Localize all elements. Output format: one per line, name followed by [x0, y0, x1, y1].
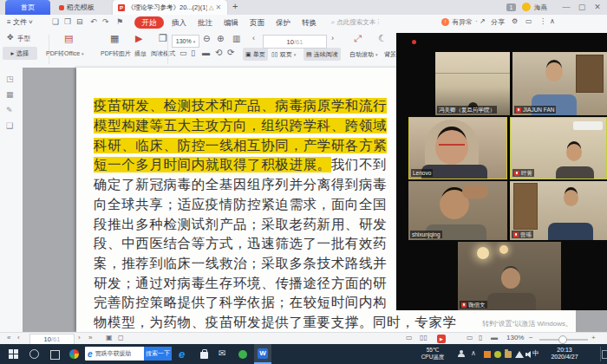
user-avatar[interactable]	[522, 3, 531, 11]
play-slideshow-icon[interactable]: ▶	[437, 335, 446, 343]
cloud-status-label[interactable]: 有异常	[452, 17, 473, 27]
menu-tab-insert[interactable]: 插入	[172, 18, 186, 29]
open-icon[interactable]: ❏	[52, 17, 59, 26]
volume-icon[interactable]	[525, 351, 532, 358]
zoom-slider-knob[interactable]	[558, 335, 567, 344]
play-button[interactable]: 播放	[134, 49, 147, 58]
minimize-button[interactable]: —	[560, 1, 572, 13]
last-page-icon[interactable]: »	[88, 334, 92, 341]
cpu-temp-label[interactable]: CPU温度	[413, 354, 453, 361]
clock-time[interactable]: 20:13	[545, 347, 584, 353]
autoscroll-button[interactable]: 自动滚动▾	[347, 48, 381, 61]
menu-tab-comment[interactable]: 批注	[198, 18, 212, 29]
fit-page-icon[interactable]: ▭	[179, 49, 187, 57]
screenshot-icon[interactable]: ⤢	[354, 33, 362, 44]
menu-tab-convert[interactable]: 转换	[302, 18, 317, 29]
ime-indicator[interactable]: 中	[532, 349, 539, 358]
microsoft-store-icon[interactable]	[200, 352, 208, 359]
participant-tile[interactable]: shixunjqing	[408, 181, 507, 240]
thumbnail-panel-icon[interactable]: ◳	[6, 75, 14, 83]
zoom-minus-icon[interactable]: −	[529, 334, 533, 341]
start-button[interactable]	[9, 349, 18, 359]
menu-tab-page[interactable]: 页面	[250, 18, 264, 29]
settings-gear-icon[interactable]: ⚙	[512, 17, 518, 25]
fit-page-icon[interactable]: ▭	[467, 334, 473, 341]
rotate-left-icon[interactable]: ⟲	[215, 48, 222, 57]
search-text-field[interactable]: ⌕ 点此搜索文本 ⋮	[331, 18, 379, 27]
flag-icon[interactable]: ⚑	[116, 17, 123, 26]
file-menu[interactable]: ≡ 文件 ˅	[7, 17, 33, 27]
collapse-ribbon-icon[interactable]: ∧	[550, 17, 555, 25]
continuous-view-button[interactable]: ▤ 连续阅读	[304, 48, 341, 61]
image-panel-icon[interactable]: ▦	[6, 90, 14, 99]
tab-home[interactable]: 首页	[5, 0, 50, 15]
status-zoom-level[interactable]: 130%	[506, 334, 524, 341]
edge-browser-icon[interactable]: e	[179, 348, 185, 361]
read-mode-button[interactable]: 阅读模式	[151, 49, 175, 58]
menu-tab-protect[interactable]: 保护	[276, 18, 290, 29]
double-page-view-icon[interactable]: ▯▯	[420, 334, 428, 341]
browser-pinwheel-icon[interactable]	[69, 349, 79, 359]
taskbar-search-box[interactable]: e 贾跃亭获援助 搜索一下	[85, 347, 172, 361]
fit-width-icon[interactable]: ▯	[191, 49, 195, 57]
fit-width-icon[interactable]: ▯	[479, 334, 482, 341]
video-conference-window[interactable]: 冯美卿（复旦药学院） JIAJUN FAN Lenovo 叶菁	[396, 33, 607, 310]
next-page-icon[interactable]: ›	[78, 334, 81, 341]
task-view-icon[interactable]	[50, 350, 60, 360]
tab-docer-templates[interactable]: 稻壳模板	[54, 0, 111, 15]
tab-pdf-document[interactable]: P 《理论学习参考》20...(2)(1).pdf △ ✕	[113, 0, 227, 15]
notification-badge[interactable]: 1	[506, 3, 516, 11]
participant-tile[interactable]: 曾瑶	[510, 181, 607, 240]
play-icon[interactable]: ▶	[135, 33, 142, 44]
comment-panel-icon[interactable]: ❑	[6, 121, 13, 130]
search-go-button[interactable]: 搜索一下	[144, 347, 172, 361]
rotate-right-icon[interactable]: ⟳	[227, 48, 234, 57]
hand-tool-label[interactable]: 手型	[17, 35, 30, 43]
night-mode-icon[interactable]: ☾	[378, 33, 387, 44]
annotate-pen-icon[interactable]: ✎	[6, 106, 13, 114]
hand-tool-icon[interactable]: ✥	[7, 33, 14, 42]
share-button[interactable]: 分享	[491, 17, 505, 27]
feedback-icon[interactable]: ▭	[525, 17, 532, 25]
participant-tile[interactable]: 叶菁	[510, 117, 607, 179]
tab-close-icon[interactable]: ✕	[215, 3, 221, 11]
double-page-view-button[interactable]: ▯▯ 双页▾	[269, 48, 298, 61]
maximize-button[interactable]: ▢	[576, 1, 588, 13]
page-number-input[interactable]: 10/61	[263, 35, 327, 49]
print-icon[interactable]: ⊟	[76, 17, 83, 26]
mail-icon[interactable]: ✉	[219, 348, 225, 358]
pdf-to-image-button[interactable]: PDF转图片	[101, 49, 131, 58]
zoom-level-select[interactable]: 130%▾	[172, 35, 199, 48]
zoom-in-icon[interactable]: ⊕	[217, 34, 224, 43]
new-from-page-icon[interactable]: ▥	[232, 34, 240, 43]
tray-app-orange-icon[interactable]	[484, 351, 491, 358]
prev-page-icon[interactable]: ‹	[17, 334, 20, 341]
actual-size-icon[interactable]: ▬	[202, 49, 210, 57]
app-icon-green[interactable]	[238, 350, 247, 359]
single-page-view-button[interactable]: ▣ 单页	[243, 48, 268, 61]
single-page-view-icon[interactable]: ▭	[406, 334, 413, 341]
cpu-temp-value[interactable]: 55℃	[413, 347, 453, 354]
pdf-to-image-icon[interactable]: ▦	[110, 33, 119, 44]
cortana-icon[interactable]	[29, 349, 39, 359]
participant-tile[interactable]: JIAJUN FAN	[512, 52, 607, 115]
pdf-to-office-icon[interactable]: ▤	[64, 33, 73, 44]
menu-tab-start[interactable]: 开始	[134, 16, 164, 29]
people-icon[interactable]	[458, 350, 465, 357]
action-center-icon[interactable]	[602, 350, 607, 359]
page-zoom-out-icon[interactable]: ◻	[118, 334, 124, 341]
select-tool-button[interactable]: ▸ 选择	[3, 47, 37, 60]
save-icon[interactable]: ❐	[64, 17, 71, 26]
tray-expand-icon[interactable]: ∧	[471, 349, 476, 357]
pdf-to-office-button[interactable]: PDF转Office ▾	[46, 49, 84, 58]
redo-icon[interactable]: ↷	[102, 17, 109, 26]
prev-page-icon[interactable]: ‹	[252, 34, 255, 42]
clock-date[interactable]: 2020/4/27	[541, 354, 588, 360]
zoom-out-icon[interactable]: ⊖	[203, 34, 210, 43]
wps-office-taskbar-icon[interactable]: W	[254, 344, 271, 364]
close-button[interactable]: ✕	[591, 1, 604, 13]
zoom-plus-icon[interactable]: +	[591, 334, 596, 341]
undo-icon[interactable]: ↶	[90, 17, 97, 26]
next-page-icon[interactable]: ›	[331, 34, 334, 42]
taskbar-search-text[interactable]: 贾跃亭获援助	[95, 349, 144, 358]
